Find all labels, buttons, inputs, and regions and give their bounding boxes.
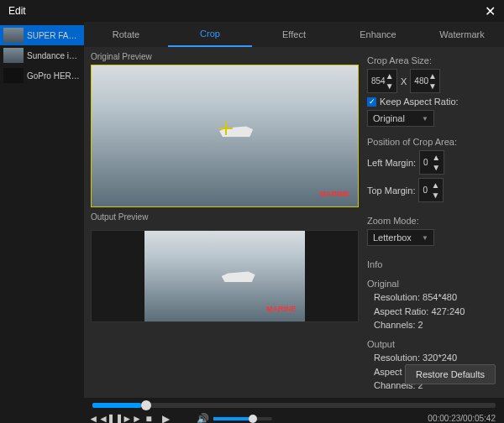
position-label: Position of Crop Area:	[367, 137, 497, 147]
chevron-down-icon: ▼	[422, 115, 428, 123]
zoom-mode-select[interactable]: Letterbox▼	[367, 229, 434, 246]
clip-item[interactable]: Sundance in 4...	[0, 45, 84, 65]
original-preview[interactable]: MARINE	[91, 65, 359, 207]
aspect-select[interactable]: Original▼	[367, 110, 434, 127]
time-display: 00:00:23/00:05:42	[428, 414, 496, 423]
next-frame-icon[interactable]: ►►	[126, 413, 138, 424]
pause-icon[interactable]: ❚❚	[109, 413, 121, 424]
tab-rotate[interactable]: Rotate	[84, 23, 168, 46]
window-title: Edit	[8, 5, 26, 17]
volume-slider[interactable]	[213, 417, 272, 420]
watermark-text: MARINE	[266, 305, 297, 313]
watermark-text: MARINE	[320, 190, 350, 198]
stop-icon[interactable]: ■	[143, 413, 155, 424]
original-preview-label: Original Preview	[91, 52, 359, 61]
play-icon[interactable]: ▶	[160, 413, 171, 424]
keep-aspect-checkbox[interactable]: ✓	[367, 97, 376, 107]
clip-name: GoPro HERO3...	[27, 71, 81, 81]
crop-size-label: Crop Area Size:	[367, 55, 497, 65]
clip-item[interactable]: GoPro HERO3...	[0, 65, 84, 86]
prev-frame-icon[interactable]: ◄◄	[92, 413, 104, 424]
chevron-down-icon: ▼	[422, 234, 428, 242]
tab-bar: Rotate Crop Effect Enhance Watermark	[84, 22, 504, 47]
restore-defaults-button[interactable]: Restore Defaults	[405, 364, 496, 384]
top-margin-input[interactable]: 0▲▼	[418, 178, 444, 202]
timeline-handle[interactable]	[141, 400, 151, 410]
close-icon[interactable]: ✕	[485, 3, 496, 19]
clip-item[interactable]: SUPER FAST st...	[0, 25, 84, 45]
tab-enhance[interactable]: Enhance	[336, 23, 420, 46]
left-margin-input[interactable]: 0▲▼	[419, 150, 444, 175]
boat-graphic	[219, 122, 253, 137]
timeline-slider[interactable]	[92, 403, 496, 408]
volume-icon[interactable]: 🔊	[197, 413, 208, 424]
output-preview: MARINE	[91, 230, 359, 322]
keep-aspect-label: Keep Aspect Ratio:	[380, 97, 459, 107]
x-label: X	[401, 76, 407, 86]
output-preview-label: Output Preview	[91, 212, 359, 222]
top-margin-label: Top Margin:	[367, 185, 415, 196]
tab-effect[interactable]: Effect	[252, 23, 336, 46]
zoom-mode-label: Zoom Mode:	[367, 216, 497, 226]
tab-watermark[interactable]: Watermark	[420, 23, 504, 46]
crop-width-input[interactable]: 854▲▼	[367, 69, 397, 93]
boat-graphic	[222, 267, 255, 282]
clip-thumb	[3, 68, 24, 83]
clip-thumb	[3, 28, 24, 43]
clip-name: Sundance in 4...	[27, 51, 81, 60]
crop-height-input[interactable]: 480▲▼	[410, 69, 440, 93]
left-margin-label: Left Margin:	[367, 158, 416, 168]
clip-name: SUPER FAST st...	[27, 31, 81, 40]
tab-crop[interactable]: Crop	[168, 22, 252, 47]
clip-sidebar: SUPER FAST st... Sundance in 4... GoPro …	[0, 22, 84, 423]
clip-thumb	[3, 48, 24, 63]
